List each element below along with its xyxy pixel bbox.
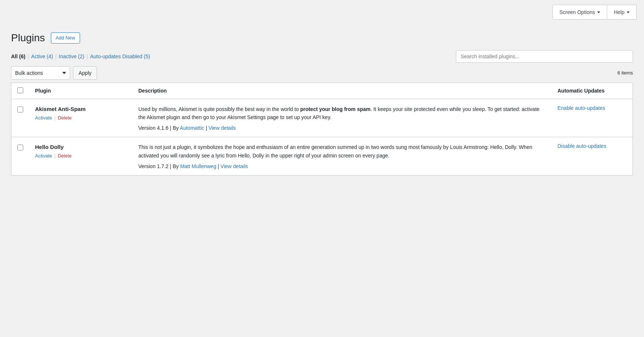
table-header-description: Description — [132, 83, 552, 99]
table-row: Akismet Anti-Spam Activate | Delete Used… — [11, 99, 633, 137]
screen-options-button[interactable]: Screen Options — [553, 5, 607, 20]
bulk-actions-left: Bulk actions Activate Deactivate Delete … — [11, 66, 97, 80]
plugins-table: Plugin Description Automatic Updates Aki… — [11, 83, 633, 176]
table-header-automatic-updates: Automatic Updates — [552, 83, 633, 99]
plugin-description-1: Used by millions, Akismet is quite possi… — [138, 105, 546, 122]
plugin-meta-1: Version 4.1.6 | By Automattic | View det… — [138, 125, 546, 131]
plugin-author-link-1[interactable]: Automattic — [180, 125, 204, 131]
plugin-delete-link-2[interactable]: Delete — [58, 153, 72, 159]
plugin-actions-2: Activate | Delete — [35, 153, 127, 159]
plugin-checkbox-cell-2 — [11, 137, 30, 176]
table-row: Hello Dolly Activate | Delete This is no… — [11, 137, 633, 176]
help-chevron-icon — [627, 11, 630, 13]
filter-sep-3: | — [87, 53, 88, 59]
add-new-button[interactable]: Add New — [51, 32, 80, 44]
plugin-description-2: This is not just a plugin, it symbolizes… — [138, 143, 546, 160]
table-header-checkbox-cell — [11, 83, 30, 99]
plugin-autoupdate-cell-1: Enable auto-updates — [552, 99, 633, 137]
plugin-description-bold-1: protect your blog from spam — [300, 106, 371, 112]
plugin-info-cell-1: Akismet Anti-Spam Activate | Delete — [29, 99, 132, 137]
table-header-plugin: Plugin — [29, 83, 132, 99]
plugin-autoupdate-link-2[interactable]: Disable auto-updates — [558, 143, 606, 149]
plugin-checkbox-2[interactable] — [17, 145, 23, 150]
filter-all-current: All (6) — [11, 53, 25, 59]
filter-autoupdates-link[interactable]: Auto-updates Disabled (5) — [90, 53, 150, 59]
bulk-actions-select[interactable]: Bulk actions Activate Deactivate Delete — [11, 66, 70, 80]
page-title: Plugins — [11, 32, 45, 44]
filter-sep-1: | — [28, 53, 29, 59]
search-box — [456, 50, 633, 63]
page-header: Plugins Add New — [11, 32, 633, 44]
screen-options-chevron-icon — [597, 11, 600, 13]
pipe-1: | — [54, 115, 55, 121]
plugin-view-details-link-1[interactable]: View details — [208, 125, 236, 131]
plugin-actions-1: Activate | Delete — [35, 115, 127, 121]
bulk-actions-bar: Bulk actions Activate Deactivate Delete … — [11, 66, 633, 80]
plugin-name-1: Akismet Anti-Spam — [35, 105, 127, 113]
table-header-row: Plugin Description Automatic Updates — [11, 83, 633, 99]
filter-active-link[interactable]: Active (4) — [31, 53, 53, 59]
filter-links: All (6) | Active (4) | Inactive (2) | Au… — [11, 53, 150, 59]
plugin-description-cell-2: This is not just a plugin, it symbolizes… — [132, 137, 552, 176]
plugin-activate-link-2[interactable]: Activate — [35, 153, 52, 159]
help-button[interactable]: Help — [607, 5, 637, 20]
plugin-activate-link-1[interactable]: Activate — [35, 115, 52, 121]
plugin-delete-link-1[interactable]: Delete — [58, 115, 72, 121]
pipe-2: | — [54, 153, 55, 159]
plugin-meta-2: Version 1.7.2 | By Matt Mullenweg | View… — [138, 163, 546, 169]
plugin-author-link-2[interactable]: Matt Mullenweg — [180, 163, 216, 169]
filter-sep-2: | — [55, 53, 57, 59]
search-input[interactable] — [456, 50, 633, 63]
plugin-autoupdate-cell-2: Disable auto-updates — [552, 137, 633, 176]
apply-button[interactable]: Apply — [73, 66, 97, 80]
plugin-view-details-link-2[interactable]: View details — [221, 163, 248, 169]
select-all-checkbox[interactable] — [17, 87, 23, 93]
items-count: 6 items — [617, 70, 633, 76]
top-bar: Screen Options Help — [0, 0, 644, 24]
plugin-name-2: Hello Dolly — [35, 143, 127, 151]
screen-options-label: Screen Options — [560, 9, 595, 15]
filter-inactive-link[interactable]: Inactive (2) — [59, 53, 84, 59]
plugin-checkbox-1[interactable] — [17, 107, 23, 112]
table-header: Plugin Description Automatic Updates — [11, 83, 633, 99]
table-body: Akismet Anti-Spam Activate | Delete Used… — [11, 99, 633, 176]
plugin-info-cell-2: Hello Dolly Activate | Delete — [29, 137, 132, 176]
plugin-checkbox-cell-1 — [11, 99, 30, 137]
plugin-autoupdate-link-1[interactable]: Enable auto-updates — [558, 105, 605, 111]
main-content: Plugins Add New All (6) | Active (4) | I… — [0, 24, 644, 183]
filter-bar: All (6) | Active (4) | Inactive (2) | Au… — [11, 50, 633, 63]
help-label: Help — [614, 9, 624, 15]
plugin-description-cell-1: Used by millions, Akismet is quite possi… — [132, 99, 552, 137]
